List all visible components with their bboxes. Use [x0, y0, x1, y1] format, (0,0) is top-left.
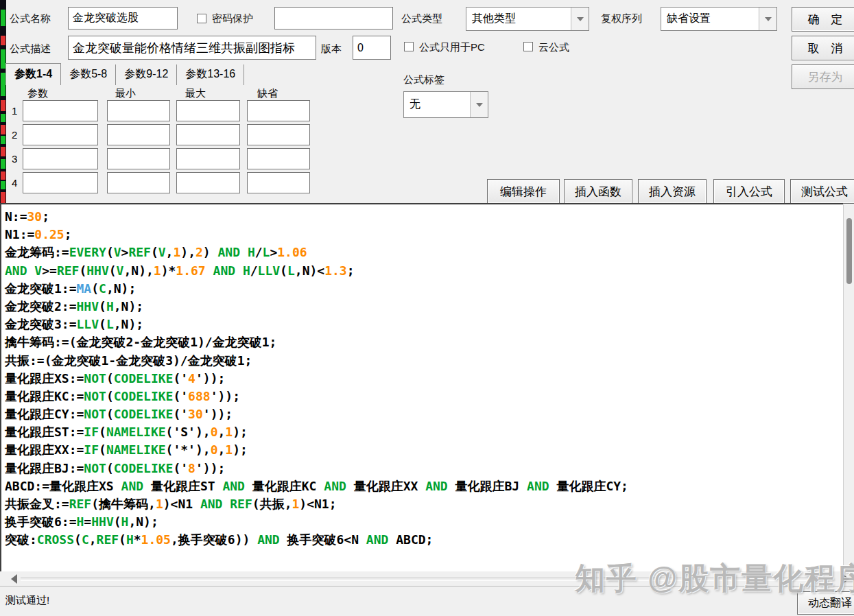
code-line: N:=30; [5, 208, 843, 226]
param4-min-input[interactable] [107, 172, 170, 193]
adjust-series-select[interactable]: 缺省设置 [661, 7, 777, 31]
code-line: 换手突破6:=H=HHV(H,N); [5, 513, 843, 531]
status-bar: 测试通过! 动态翻译 [0, 586, 854, 616]
code-horizontal-scrollbar[interactable] [0, 571, 854, 586]
password-input[interactable] [274, 7, 393, 29]
formula-type-value: 其他类型 [466, 8, 571, 30]
param2-max-input[interactable] [176, 124, 240, 145]
tab-params-9-12[interactable]: 参数9-12 [116, 64, 177, 85]
param1-max-input[interactable] [176, 100, 240, 121]
chevron-down-icon[interactable] [759, 8, 776, 30]
param4-name-input[interactable] [23, 172, 98, 193]
param1-default-input[interactable] [247, 100, 310, 121]
background-chart-strip [0, 0, 6, 204]
param-header-default: 缺省 [257, 87, 278, 100]
param3-name-input[interactable] [23, 148, 98, 169]
formula-type-label: 公式类型 [401, 12, 442, 25]
formula-tag-label: 公式标签 [403, 73, 444, 86]
code-vertical-scrollbar[interactable] [843, 204, 854, 571]
pc-only-checkbox[interactable] [404, 42, 414, 51]
param2-name-input[interactable] [23, 124, 98, 145]
dynamic-translate-button[interactable]: 动态翻译 [797, 591, 854, 615]
formula-type-select[interactable]: 其他类型 [466, 7, 589, 31]
param3-min-input[interactable] [107, 148, 170, 169]
code-line: 量化跟庄XS:=NOT(CODELIKE('4')); [5, 370, 843, 388]
code-line: AND V>=REF(HHV(V,N),1)*1.67 AND H/LLV(L,… [5, 262, 843, 280]
param-header-min: 最小 [115, 87, 136, 100]
formula-tag-select[interactable]: 无 [403, 91, 488, 118]
code-line: 金龙筹码:=EVERY(V>REF(V,1),2) AND H/L>1.06 [5, 244, 843, 261]
param-row-label: 4 [12, 177, 17, 189]
tab-params-13-16[interactable]: 参数13-16 [177, 64, 244, 85]
code-lines: N:=30;N1:=0.25;金龙筹码:=EVERY(V>REF(V,1),2)… [5, 208, 843, 549]
param2-default-input[interactable] [247, 124, 310, 145]
ok-button[interactable]: 确 定 [792, 7, 854, 32]
parameter-tabs: 参数1-4 参数5-8 参数9-12 参数13-16 [5, 65, 244, 85]
code-line: 共振金叉:=REF(擒牛筹码,1)<N1 AND REF(共振,1)<N1; [5, 495, 843, 513]
param-header-name: 参数 [27, 87, 48, 100]
edit-operations-button[interactable]: 编辑操作 [487, 179, 560, 204]
code-line: ABCD:=量化跟庄XS AND 量化跟庄ST AND 量化跟庄KC AND 量… [5, 477, 843, 495]
test-formula-button[interactable]: 测试公式 [790, 179, 854, 204]
import-formula-button[interactable]: 引入公式 [713, 179, 785, 204]
adjust-series-value: 缺省设置 [661, 8, 759, 30]
formula-tag-value: 无 [404, 92, 470, 117]
code-editor[interactable]: N:=30;N1:=0.25;金龙筹码:=EVERY(V>REF(V,1),2)… [0, 203, 843, 571]
code-line: 共振:=(金龙突破1-金龙突破3)/金龙突破1; [5, 352, 843, 370]
scroll-right-icon[interactable] [843, 574, 849, 584]
scroll-left-icon[interactable] [11, 574, 17, 584]
param-row-label: 2 [12, 129, 17, 141]
pc-only-label: 公式只用于PC [419, 41, 485, 54]
formula-name-input[interactable] [68, 7, 178, 29]
param4-max-input[interactable] [176, 172, 240, 193]
code-line: 突破:CROSS(C,REF(H*1.05,换手突破6)) AND 换手突破6<… [5, 531, 843, 549]
code-line: 量化跟庄ST:=IF(NAMELIKE('S'),0,1); [5, 423, 843, 441]
cancel-button[interactable]: 取 消 [792, 36, 854, 60]
status-message: 测试通过! [5, 594, 49, 607]
password-protect-label: 密码保护 [212, 12, 253, 25]
code-line: 擒牛筹码:=(金龙突破2-金龙突破1)/金龙突破1; [5, 333, 843, 351]
insert-function-button[interactable]: 插入函数 [564, 179, 632, 204]
param3-default-input[interactable] [247, 148, 310, 169]
param-row-label: 1 [12, 105, 17, 117]
adjust-series-label: 复权序列 [601, 12, 642, 25]
param4-default-input[interactable] [247, 172, 310, 193]
param1-min-input[interactable] [107, 100, 170, 121]
param-header-max: 最大 [185, 87, 206, 100]
cloud-formula-checkbox[interactable] [523, 42, 533, 51]
code-line: 金龙突破3:=LLV(L,N); [5, 316, 843, 333]
version-label: 版本 [321, 43, 342, 56]
tab-params-1-4[interactable]: 参数1-4 [5, 63, 61, 85]
param-row-label: 3 [12, 153, 17, 165]
param3-max-input[interactable] [176, 148, 240, 169]
formula-desc-input[interactable] [68, 36, 316, 60]
code-line: 量化跟庄KC:=NOT(CODELIKE('688')); [5, 388, 843, 405]
chevron-down-icon[interactable] [470, 92, 488, 117]
code-line: 金龙突破2:=HHV(H,N); [5, 298, 843, 316]
chevron-down-icon[interactable] [571, 8, 589, 30]
code-line: 量化跟庄BJ:=NOT(CODELIKE('8')); [5, 460, 843, 477]
code-line: 量化跟庄XX:=IF(NAMELIKE('*'),0,1); [5, 441, 843, 459]
code-line: 量化跟庄CY:=NOT(CODELIKE('30')); [5, 405, 843, 423]
param1-name-input[interactable] [23, 100, 98, 121]
save-as-button[interactable]: 另存为 [792, 64, 854, 89]
cloud-formula-label: 云公式 [538, 41, 569, 54]
insert-resource-button[interactable]: 插入资源 [638, 179, 707, 204]
code-line: N1:=0.25; [5, 226, 843, 244]
tab-params-5-8[interactable]: 参数5-8 [61, 64, 116, 85]
vertical-scrollbar-thumb[interactable] [846, 218, 852, 284]
param2-min-input[interactable] [107, 124, 170, 145]
version-input[interactable] [353, 36, 391, 60]
formula-desc-label: 公式描述 [10, 43, 51, 56]
formula-editor-dialog: 公式名称 密码保护 公式类型 其他类型 复权序列 缺省设置 确 定 公式描述 版… [0, 0, 854, 616]
formula-name-label: 公式名称 [10, 12, 51, 25]
code-line: 金龙突破1:=MA(C,N); [5, 280, 843, 298]
password-protect-checkbox[interactable] [197, 14, 206, 23]
